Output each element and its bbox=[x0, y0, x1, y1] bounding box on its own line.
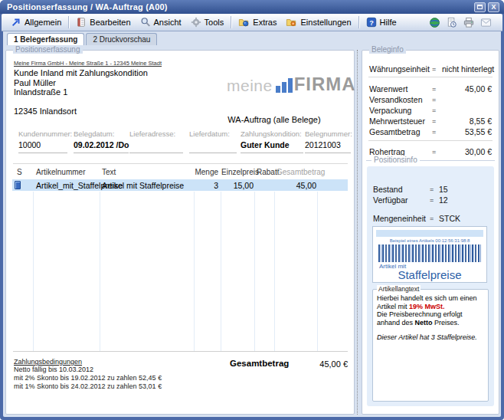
field-belegdatum: Belegdatum: 09.02.2012 /Do bbox=[74, 130, 129, 153]
col-header-s[interactable]: S bbox=[17, 168, 22, 176]
menu-ansicht[interactable]: Ansicht bbox=[136, 15, 186, 29]
content-area: 1 Belegerfassung 2 Druckvorschau Positio… bbox=[3, 31, 501, 417]
info-row-versandkosten: Versandkosten = bbox=[369, 95, 492, 105]
field-belegnummer: Belegnummer: 20121003 bbox=[305, 130, 351, 153]
info-row-gesamtbetrag: Gesamtbetrag = 53,55 € bbox=[369, 127, 492, 137]
menu-allgemein[interactable]: Allgemein bbox=[6, 15, 66, 29]
menu-bearbeiten[interactable]: Bearbeiten bbox=[71, 15, 135, 29]
menu-label: Tools bbox=[205, 18, 224, 27]
main-area: Positionserfassung Meine Firma GmbH - Me… bbox=[3, 45, 501, 417]
field-value[interactable]: 09.02.2012 /Do bbox=[74, 140, 129, 152]
mail-icon[interactable] bbox=[480, 18, 492, 28]
address-line: 12345 Inlandsort bbox=[14, 107, 148, 116]
panel-separator bbox=[357, 50, 358, 415]
positionsinfo-groupbox: Positionsinfo Bestand = 15 Verfügbar = 1… bbox=[366, 160, 495, 406]
equals-sign: = bbox=[432, 85, 436, 93]
window-controls: X bbox=[474, 2, 499, 12]
tab-belegerfassung[interactable]: 1 Belegerfassung bbox=[7, 33, 84, 45]
menu-label: Einstellungen bbox=[300, 18, 351, 27]
title-bar[interactable]: Positionserfassung / WA-Auftrag (A00) X bbox=[0, 0, 504, 14]
cell-text: Artikel mit Staffelpreise bbox=[102, 181, 184, 190]
info-label: Warenwert bbox=[369, 84, 407, 94]
field-underline bbox=[241, 153, 303, 153]
globe-icon[interactable] bbox=[429, 17, 440, 28]
menu-einstellungen[interactable]: Einstellungen bbox=[281, 15, 355, 29]
svg-text:?: ? bbox=[369, 19, 374, 27]
group-label: Positionserfassung bbox=[13, 45, 83, 54]
document-type: WA-Auftrag (alle Belege) bbox=[198, 115, 351, 124]
info-row-bestand: Bestand = 15 bbox=[373, 185, 488, 195]
equals-sign: = bbox=[430, 185, 434, 193]
info-value: 53,55 € bbox=[465, 127, 492, 136]
arrow-ne-icon bbox=[11, 17, 21, 28]
field-kundennummer: Kundennummer: 10000 bbox=[18, 130, 67, 153]
address-line: Kunde Inland mit Zahlungskondition bbox=[14, 68, 148, 78]
menu-tools[interactable]: Tools bbox=[186, 15, 229, 29]
info-label: Verpackung bbox=[369, 106, 411, 115]
folder-settings-icon bbox=[286, 17, 297, 28]
folder-ball-icon bbox=[238, 17, 250, 28]
col-header-menge[interactable]: Menge bbox=[194, 168, 218, 176]
menu-separator bbox=[231, 16, 231, 28]
menu-label: Bearbeiten bbox=[90, 18, 130, 27]
artikellangtext-label: Artikellangtext bbox=[377, 285, 421, 293]
field-value[interactable] bbox=[189, 140, 237, 152]
menu-label: Ansicht bbox=[154, 18, 182, 27]
field-value[interactable]: Guter Kunde bbox=[241, 140, 303, 152]
artikellangtext-box[interactable]: Artikellangtext Hierbei handelt es sich … bbox=[372, 289, 489, 402]
equals-sign: = bbox=[432, 107, 436, 114]
info-value: 8,55 € bbox=[470, 116, 492, 126]
document-history-icon[interactable] bbox=[446, 17, 457, 28]
field-underline bbox=[74, 153, 129, 153]
menu-extras[interactable]: Extras bbox=[234, 15, 281, 29]
equals-sign: = bbox=[432, 148, 436, 156]
gear-icon bbox=[191, 17, 201, 28]
tab-druckvorschau[interactable]: 2 Druckvorschau bbox=[86, 33, 157, 45]
bar-chart-icon bbox=[276, 78, 293, 93]
field-label: Lieferdatum: bbox=[189, 130, 237, 138]
field-label: Belegdatum: bbox=[74, 130, 129, 138]
field-value[interactable] bbox=[129, 140, 183, 152]
info-label: Gesamtbetrag bbox=[369, 127, 421, 136]
printer-icon[interactable] bbox=[463, 17, 475, 28]
image-caption: Beispiel eines Artikels 00:12:56:31:98:8 bbox=[373, 238, 486, 243]
col-header-text[interactable]: Text bbox=[102, 168, 116, 176]
text-run-bold: Netto bbox=[415, 319, 433, 326]
close-button[interactable]: X bbox=[488, 2, 499, 12]
restore-button[interactable] bbox=[474, 2, 486, 12]
info-label: Bestand bbox=[373, 185, 403, 194]
table-bottom-line bbox=[13, 351, 348, 352]
divider bbox=[13, 163, 348, 164]
payment-terms-title: Zahlungsbedingungen bbox=[14, 358, 82, 366]
app-window: Positionserfassung / WA-Auftrag (A00) X … bbox=[0, 0, 504, 420]
info-value: 30,00 € bbox=[465, 147, 492, 156]
logo-text-firma: FIRMA bbox=[294, 75, 356, 94]
group-label: Positionsinfo bbox=[371, 156, 420, 164]
divider bbox=[368, 140, 493, 141]
artikellangtext-note: Dieser Artikel hat 3 Staffelpreise. bbox=[377, 333, 484, 342]
column-line bbox=[221, 192, 221, 351]
company-logo: meine FIRMA bbox=[227, 75, 356, 94]
col-header-einzelpreis[interactable]: Einzelpreis bbox=[221, 168, 254, 176]
info-value: 45,00 € bbox=[465, 84, 492, 94]
field-underline bbox=[305, 153, 351, 153]
positionsinfo-panel: Bestand = 15 Verfügbar = 12 Mengeneinhei… bbox=[367, 166, 494, 406]
article-icon bbox=[15, 181, 21, 189]
group-label: Beleginfo bbox=[369, 45, 406, 54]
column-line bbox=[194, 192, 195, 351]
field-label: Kundennummer: bbox=[18, 130, 67, 138]
menu-separator bbox=[68, 16, 69, 28]
menu-hilfe[interactable]: ? Hilfe bbox=[362, 15, 401, 29]
col-header-gesamtbetrag[interactable]: Gesamtbetrag bbox=[277, 168, 325, 176]
beleginfo-groupbox: Beleginfo Währungseinheit = nicht hinter… bbox=[362, 50, 499, 415]
info-label: Mehrwertsteuer bbox=[369, 116, 425, 126]
field-zahlungskondition: Zahlungskondition: Guter Kunde bbox=[241, 130, 303, 153]
cell-menge: 3 bbox=[194, 181, 218, 190]
address-line: Inlandstraße 1 bbox=[14, 87, 148, 97]
col-header-artikelnummer[interactable]: Artikelnummer bbox=[36, 168, 85, 176]
text-run: Preises. bbox=[433, 319, 460, 326]
equals-sign: = bbox=[432, 117, 436, 125]
field-value[interactable]: 20121003 bbox=[305, 140, 351, 152]
field-value[interactable]: 10000 bbox=[18, 140, 67, 152]
info-value: 15 bbox=[439, 185, 448, 194]
